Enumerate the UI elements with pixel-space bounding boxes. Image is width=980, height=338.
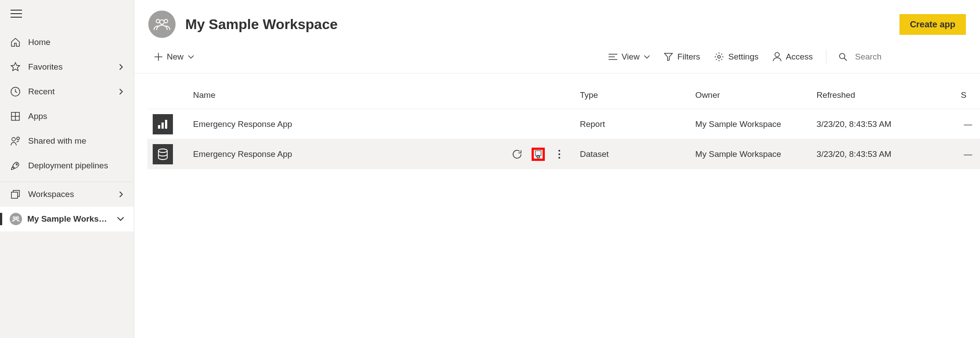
item-name: Emergency Response App [188, 109, 471, 139]
chevron-right-icon [118, 191, 124, 197]
chevron-down-icon [117, 217, 124, 221]
svg-rect-19 [535, 151, 541, 156]
schedule-refresh-button[interactable] [532, 148, 545, 161]
svg-rect-17 [165, 120, 167, 129]
workspace-avatar-icon [10, 213, 22, 225]
toolbar-label: Filters [677, 52, 700, 62]
refresh-now-button[interactable] [510, 148, 524, 161]
workspace-header: My Sample Workspace Create app [134, 0, 980, 42]
item-type: Dataset [575, 139, 690, 169]
svg-point-8 [15, 217, 17, 219]
toolbar-label: Access [786, 52, 813, 62]
sidebar-item-label: Recent [28, 87, 118, 97]
svg-point-3 [17, 137, 19, 140]
svg-point-10 [164, 19, 168, 23]
item-refreshed: 3/23/20, 8:43:53 AM [811, 109, 956, 139]
sidebar-item-apps[interactable]: Apps [0, 104, 134, 129]
settings-button[interactable]: Settings [708, 48, 765, 65]
svg-point-18 [158, 149, 167, 152]
svg-point-14 [840, 53, 845, 59]
star-icon [10, 61, 21, 73]
hamburger-icon [11, 10, 22, 18]
sidebar-item-shared[interactable]: Shared with me [0, 129, 134, 153]
view-button[interactable]: View [602, 48, 657, 65]
item-dash: — [956, 139, 980, 169]
sidebar-item-label: Deployment pipelines [28, 161, 124, 171]
items-table: Name Type Owner Refreshed S [147, 82, 980, 169]
toolbar-divider [826, 49, 826, 64]
svg-point-9 [156, 19, 160, 23]
create-app-button[interactable]: Create app [899, 14, 966, 35]
gear-icon [714, 52, 724, 62]
svg-point-22 [558, 157, 560, 159]
page-title: My Sample Workspace [185, 16, 338, 33]
sidebar-item-current-workspace[interactable]: My Sample Works… [0, 207, 134, 231]
col-header-refreshed[interactable]: Refreshed [811, 82, 956, 109]
sidebar-item-label: My Sample Works… [27, 214, 117, 224]
content-list: Name Type Owner Refreshed S [134, 74, 980, 169]
report-icon [153, 114, 173, 134]
apps-icon [10, 111, 21, 122]
search-box[interactable] [833, 49, 966, 64]
rocket-icon [10, 160, 21, 171]
table-row[interactable]: Emergency Response App [147, 139, 980, 169]
refresh-icon [512, 149, 522, 159]
workspace-icon [148, 11, 176, 38]
sidebar: Home Favorites Recent [0, 0, 134, 338]
svg-point-2 [12, 137, 15, 141]
chevron-down-icon [644, 55, 650, 59]
workspaces-icon [10, 189, 21, 200]
toolbar-label: Settings [728, 52, 759, 62]
new-button[interactable]: New [148, 48, 200, 65]
filters-button[interactable]: Filters [658, 48, 706, 65]
more-vertical-icon [558, 149, 561, 159]
access-button[interactable]: Access [767, 48, 819, 65]
chevron-down-icon [188, 55, 194, 59]
clock-icon [10, 86, 21, 97]
table-row[interactable]: Emergency Response App Report My Sample … [147, 109, 980, 139]
sidebar-item-label: Favorites [28, 62, 118, 72]
sidebar-item-label: Shared with me [28, 136, 124, 146]
toolbar-label: View [622, 52, 640, 62]
nav-toggle-button[interactable] [0, 0, 134, 27]
item-type: Report [575, 109, 690, 139]
sidebar-item-label: Home [28, 37, 124, 47]
dataset-icon [153, 144, 173, 164]
item-refreshed: 3/23/20, 8:43:53 AM [811, 139, 956, 169]
sidebar-item-favorites[interactable]: Favorites [0, 55, 134, 79]
item-owner: My Sample Workspace [690, 109, 811, 139]
col-header-type[interactable]: Type [575, 82, 690, 109]
chevron-right-icon [118, 64, 124, 70]
item-dash: — [956, 109, 980, 139]
search-icon [839, 52, 847, 62]
col-header-truncated[interactable]: S [956, 82, 980, 109]
sidebar-item-pipelines[interactable]: Deployment pipelines [0, 153, 134, 178]
plus-icon [154, 53, 162, 61]
filter-icon [664, 53, 673, 61]
svg-rect-16 [161, 123, 164, 129]
col-header-name[interactable]: Name [188, 82, 471, 109]
item-name: Emergency Response App [188, 139, 471, 169]
svg-point-13 [775, 52, 779, 57]
sidebar-item-home[interactable]: Home [0, 30, 134, 55]
sidebar-nav: Home Favorites Recent [0, 27, 134, 231]
search-input[interactable] [855, 52, 961, 62]
col-header-owner[interactable]: Owner [690, 82, 811, 109]
view-icon [609, 53, 617, 60]
sidebar-item-label: Workspaces [28, 189, 118, 199]
svg-rect-15 [158, 125, 160, 129]
more-options-button[interactable] [553, 148, 566, 161]
item-owner: My Sample Workspace [690, 139, 811, 169]
chevron-right-icon [118, 89, 124, 95]
share-icon [10, 135, 21, 147]
svg-point-21 [558, 153, 560, 155]
svg-point-12 [718, 56, 720, 58]
home-icon [10, 37, 21, 48]
sidebar-item-workspaces[interactable]: Workspaces [0, 182, 134, 207]
toolbar: New View Filters Settings Access [134, 42, 980, 74]
schedule-refresh-icon [535, 149, 542, 160]
person-icon [773, 52, 782, 62]
main-panel: My Sample Workspace Create app New View … [134, 0, 980, 338]
sidebar-item-label: Apps [28, 111, 124, 121]
sidebar-item-recent[interactable]: Recent [0, 79, 134, 104]
